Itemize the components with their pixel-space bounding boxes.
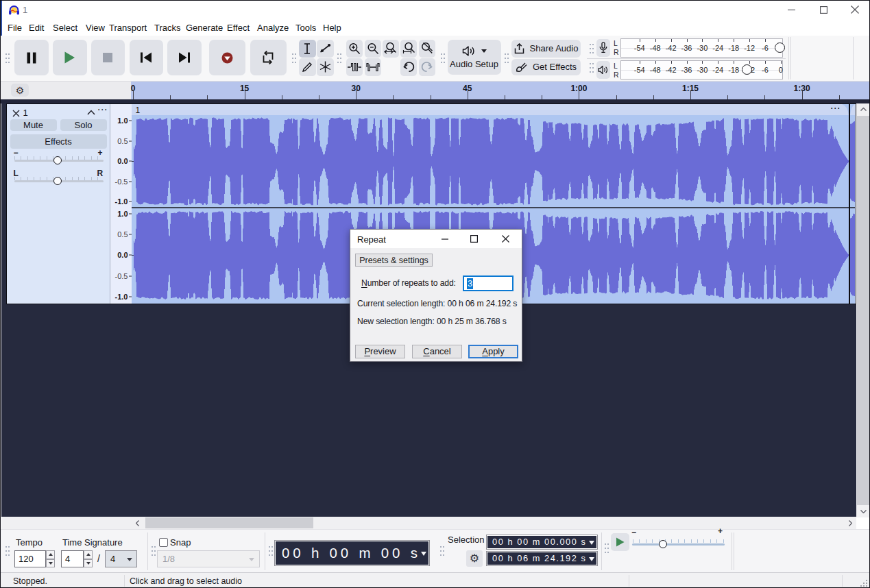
pause-button[interactable] [14, 40, 49, 75]
loop-button[interactable] [250, 40, 287, 75]
dialog-minimize-button[interactable] [433, 230, 456, 248]
snap-checkbox[interactable] [159, 538, 168, 547]
track-menu-button[interactable]: ⋯ [97, 103, 108, 116]
envelope-tool-button[interactable] [317, 40, 334, 58]
mute-button[interactable]: Mute [10, 119, 57, 132]
record-button[interactable] [209, 40, 245, 75]
edit-toolbar-grip[interactable] [337, 52, 341, 63]
skip-to-end-button[interactable] [167, 40, 202, 75]
menu-effect[interactable]: Effect [227, 23, 250, 33]
menu-analyze[interactable]: Analyze [257, 23, 289, 33]
menu-view[interactable]: View [86, 23, 105, 33]
clip-header[interactable]: 1 ⋯ [132, 104, 855, 116]
selection-tool-button[interactable] [299, 40, 316, 58]
record-volume-slider-knob[interactable] [775, 42, 785, 53]
cancel-button[interactable]: Cancel [412, 345, 462, 358]
dialog-title-bar[interactable]: Repeat [350, 230, 522, 248]
play-at-speed-grip[interactable] [604, 542, 609, 553]
preview-button[interactable]: Preview [355, 345, 405, 358]
scroll-up-button[interactable] [856, 103, 870, 115]
gain-slider-knob[interactable] [53, 156, 62, 164]
pan-slider-knob[interactable] [53, 177, 62, 185]
ts-spin-up[interactable] [84, 550, 93, 559]
menu-help[interactable]: Help [323, 23, 341, 33]
undo-button[interactable] [400, 58, 417, 76]
horizontal-scrollbar-thumb[interactable] [145, 517, 313, 528]
play-button[interactable] [53, 40, 87, 75]
zoom-out-button[interactable] [365, 40, 381, 58]
redo-button[interactable] [419, 58, 435, 76]
share-audio-button[interactable]: Share Audio [511, 40, 581, 58]
draw-tool-button[interactable] [299, 58, 316, 76]
tempo-spin-down[interactable] [46, 559, 55, 568]
playback-meter-speaker-button[interactable] [596, 61, 610, 79]
menu-tools[interactable]: Tools [295, 23, 316, 33]
silence-audio-button[interactable] [365, 58, 381, 76]
track-close-icon[interactable] [12, 110, 20, 117]
dialog-close-button[interactable] [494, 230, 517, 248]
upper-time-signature-input[interactable]: 4 [61, 550, 84, 567]
clip-menu-button[interactable]: ⋯ [830, 102, 841, 114]
audio-setup-button[interactable]: Audio Setup [448, 40, 501, 75]
stop-button[interactable] [91, 40, 125, 75]
apply-button[interactable]: Apply [468, 345, 518, 358]
scroll-right-button[interactable] [844, 517, 856, 529]
presets-settings-button[interactable]: Presets & settings [355, 254, 433, 267]
zoom-selection-button[interactable] [383, 40, 399, 58]
tools-toolbar-grip[interactable] [291, 52, 296, 63]
tempo-input[interactable]: 120 [14, 550, 46, 567]
window-close-button[interactable] [843, 1, 867, 19]
time-toolbar-grip[interactable] [5, 545, 10, 556]
trim-audio-button[interactable] [346, 58, 363, 76]
window-minimize-button[interactable] [780, 1, 803, 19]
solo-button[interactable]: Solo [60, 119, 107, 132]
vertical-scrollbar[interactable] [856, 103, 870, 517]
playback-meter-grip[interactable] [589, 62, 594, 73]
lower-time-signature-select[interactable]: 4 [105, 550, 137, 567]
menu-file[interactable]: File [8, 23, 22, 33]
time-display-grip[interactable] [268, 545, 273, 556]
timeline-ruler[interactable]: 0 15 30 45 1:00 1:15 1:30 [131, 82, 870, 99]
horizontal-scrollbar[interactable] [1, 517, 856, 529]
snap-select[interactable]: 1/8 [157, 550, 260, 567]
menu-tracks[interactable]: Tracks [154, 23, 181, 33]
selection-toolbar-grip[interactable] [439, 545, 444, 556]
scroll-down-button[interactable] [856, 506, 870, 517]
time-display[interactable]: 00 h 00 m 00 s [274, 540, 430, 566]
tempo-spin-up[interactable] [46, 550, 55, 559]
track-name[interactable]: 1 [23, 108, 28, 118]
transport-toolbar-grip[interactable] [5, 52, 10, 63]
zoom-toggle-button[interactable] [419, 40, 435, 58]
speed-slider-knob[interactable] [659, 540, 667, 548]
clip-boundary[interactable] [849, 104, 850, 304]
selection-start-field[interactable]: 00 h 00 m 00.000 s [486, 535, 598, 550]
selection-options-button[interactable]: ⚙ [466, 550, 483, 567]
speed-slider-track[interactable] [632, 543, 725, 546]
menu-select[interactable]: Select [53, 23, 77, 33]
multi-tool-button[interactable] [317, 58, 334, 76]
repeats-input[interactable]: 3 [463, 275, 513, 291]
skip-to-start-button[interactable] [130, 40, 164, 75]
audio-setup-toolbar-grip[interactable] [440, 52, 445, 63]
snap-toolbar-grip[interactable] [151, 545, 156, 556]
menu-edit[interactable]: Edit [29, 23, 44, 33]
get-effects-button[interactable]: Get Effects [511, 59, 581, 75]
vertical-scrollbar-thumb[interactable] [857, 116, 869, 505]
record-meter[interactable]: -54 -48 -42 -36 -30 -24 -18 -12 -6 [620, 38, 783, 58]
share-toolbar-grip[interactable] [504, 52, 509, 63]
zoom-in-button[interactable] [346, 40, 363, 58]
selection-end-field[interactable]: 00 h 06 m 24.192 s [486, 551, 598, 566]
playback-volume-slider-knob[interactable] [742, 64, 752, 75]
menu-generate[interactable]: Generate [186, 23, 223, 33]
timeline-options-button[interactable]: ⚙ [11, 84, 29, 97]
record-meter-mic-button[interactable] [596, 39, 610, 57]
track-collapse-icon[interactable] [87, 110, 95, 115]
play-at-speed-button[interactable] [611, 533, 629, 551]
resize-grip-icon[interactable] [860, 580, 868, 587]
playback-meter[interactable]: -54 -48 -42 -36 -30 -24 -18 -12 -6 0 [620, 60, 783, 79]
scroll-left-button[interactable] [131, 517, 143, 529]
window-maximize-button[interactable] [812, 1, 835, 19]
effects-button[interactable]: Effects [10, 134, 107, 149]
ts-spin-down[interactable] [84, 559, 93, 568]
menu-transport[interactable]: Transport [109, 23, 147, 33]
